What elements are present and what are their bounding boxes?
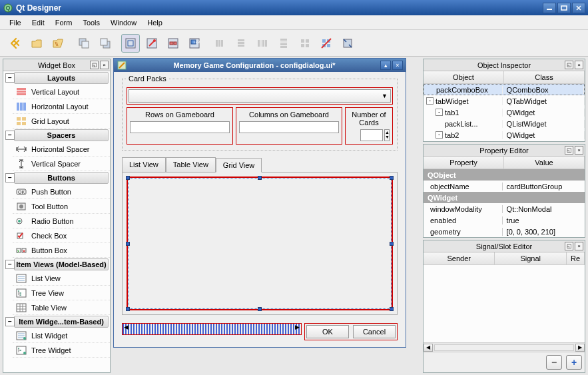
minimize-button[interactable] <box>543 3 556 13</box>
pack-combobox[interactable]: ▼ <box>129 89 391 103</box>
tab-tableview[interactable]: Table View <box>166 157 216 172</box>
scroll-left-button[interactable]: ◀ <box>424 344 433 352</box>
expand-toggle[interactable]: − <box>5 131 15 140</box>
tool-layout-hs[interactable] <box>253 34 272 53</box>
tool-layout-h[interactable] <box>210 34 229 53</box>
tool-edit-widgets[interactable] <box>121 34 140 53</box>
widgetbox-item[interactable]: Grid Layout <box>13 114 110 129</box>
signalslot-scrollbar[interactable]: ◀ ▶ <box>424 342 585 352</box>
widgetbox-category-header[interactable]: −Item Widge...tem-Based) <box>14 316 109 328</box>
property-row[interactable]: geometry[0, 0, 300, 210] <box>424 226 585 237</box>
cardpacks-groupbox[interactable]: Card Packs ▼ Rows on Gameboard Columns o… <box>122 79 398 151</box>
tool-edit-taborder[interactable]: 123 <box>185 34 204 53</box>
remove-connection-button[interactable]: − <box>546 355 562 370</box>
widgetbox-item[interactable]: Vertical Spacer <box>13 157 110 171</box>
tool-layout-grid[interactable] <box>296 34 314 53</box>
expand-toggle[interactable]: - <box>426 97 434 105</box>
maximize-button[interactable] <box>557 3 571 13</box>
close-button[interactable] <box>572 3 585 13</box>
dock-close-button[interactable]: × <box>575 146 583 155</box>
widgetbox-item[interactable]: Horizontal Layout <box>13 99 110 114</box>
design-canvas[interactable]: Memory Game Configuration - configdialog… <box>112 57 422 375</box>
widgetbox-item[interactable]: OKPush Button <box>13 185 110 199</box>
widgetbox-item[interactable]: Horizontal Spacer <box>13 142 110 157</box>
ok-button[interactable]: OK <box>306 325 349 338</box>
dialog-button-box[interactable]: ◀▶ OK Cancel <box>122 323 398 340</box>
signalslot-body[interactable] <box>424 265 585 342</box>
property-row[interactable]: objectNamecardButtonGroup <box>424 181 585 192</box>
menu-tools[interactable]: Tools <box>77 15 105 29</box>
expand-toggle[interactable]: - <box>436 131 443 139</box>
dock-close-button[interactable]: × <box>100 61 109 69</box>
numcards-field-group[interactable]: Number of Cards ▲▼ <box>345 107 393 145</box>
tool-edit-signals[interactable] <box>143 34 161 53</box>
widgetbox-item[interactable]: Tool Button <box>13 199 110 214</box>
cols-field-group[interactable]: Columns on Gameboard <box>236 107 342 145</box>
widgetbox-item[interactable]: Tree View <box>13 286 110 300</box>
menu-form[interactable]: Form <box>50 15 78 29</box>
form-window[interactable]: Memory Game Configuration - configdialog… <box>113 58 406 348</box>
proped-header-property[interactable]: Property <box>424 157 504 169</box>
objinsp-row[interactable]: packList...QListWidget <box>424 118 585 129</box>
widgetbox-category-header[interactable]: −Item Views (Model-Based) <box>14 258 109 270</box>
property-editor-table[interactable]: QObjectobjectNamecardButtonGroupQWidgetw… <box>424 169 585 237</box>
dock-float-button[interactable]: ◱ <box>565 61 573 69</box>
property-row[interactable]: enabledtrue <box>424 214 585 226</box>
tool-new-form[interactable] <box>7 34 25 53</box>
menu-window[interactable]: Window <box>105 15 142 29</box>
tool-send-back[interactable] <box>75 34 93 53</box>
rows-field-group[interactable]: Rows on Gameboard <box>127 107 233 145</box>
proped-header-value[interactable]: Value <box>504 157 585 169</box>
widgetbox-item[interactable]: List Widget <box>13 328 110 343</box>
object-inspector-tree[interactable]: packComboBoxQComboBox-tabWidgetQTabWidge… <box>424 84 585 141</box>
selection-handles[interactable] <box>128 178 392 309</box>
tool-layout-v[interactable] <box>232 34 250 53</box>
widget-box-body[interactable]: −LayoutsVertical LayoutHorizontal Layout… <box>3 71 110 372</box>
widgetbox-category-header[interactable]: −Buttons <box>14 172 109 184</box>
expand-toggle[interactable]: − <box>5 173 15 183</box>
widgetbox-item[interactable]: Vertical Layout <box>13 85 110 99</box>
widgetbox-item[interactable]: List View <box>13 271 110 286</box>
scroll-right-button[interactable]: ▶ <box>575 344 585 352</box>
spin-buttons[interactable]: ▲▼ <box>384 129 390 141</box>
expand-toggle[interactable]: − <box>5 317 15 326</box>
tab-gridview[interactable]: Grid View <box>216 158 262 173</box>
objinsp-header-object[interactable]: Object <box>424 71 504 83</box>
sigslot-header-receiver[interactable]: Re <box>567 252 585 264</box>
cancel-button[interactable]: Cancel <box>353 325 396 338</box>
dock-float-button[interactable]: ◱ <box>565 242 573 250</box>
tab-listview[interactable]: List View <box>122 157 166 172</box>
tool-bring-front[interactable] <box>96 34 115 53</box>
combo-selection[interactable]: ▼ <box>127 87 393 105</box>
widgetbox-item[interactable]: Tree Widget <box>13 343 110 358</box>
tool-adjust-size[interactable] <box>338 34 357 53</box>
numcards-input[interactable] <box>360 129 383 141</box>
objinsp-row[interactable]: packComboBoxQComboBox <box>424 84 585 95</box>
dock-float-button[interactable]: ◱ <box>565 146 573 155</box>
sigslot-header-signal[interactable]: Signal <box>495 252 566 264</box>
tab-page[interactable] <box>122 172 398 315</box>
menu-help[interactable]: Help <box>142 15 168 29</box>
form-window-titlebar[interactable]: Memory Game Configuration - configdialog… <box>114 59 406 72</box>
objinsp-row[interactable]: -tabWidgetQTabWidget <box>424 95 585 107</box>
expand-toggle[interactable]: − <box>5 260 15 269</box>
objinsp-row[interactable]: -tab1QWidget <box>424 107 585 118</box>
tool-break-layout[interactable] <box>317 34 336 53</box>
dock-close-button[interactable]: × <box>575 242 583 250</box>
expand-toggle[interactable]: - <box>436 109 443 116</box>
widgetbox-item[interactable]: Table View <box>13 300 110 315</box>
expand-toggle[interactable]: − <box>5 73 15 83</box>
tab-widget[interactable]: List View Table View Grid View <box>122 157 398 315</box>
rows-input[interactable] <box>130 121 230 133</box>
tool-edit-buddies[interactable] <box>164 34 182 53</box>
tool-save[interactable] <box>49 34 68 53</box>
form-close-button[interactable]: × <box>392 61 403 70</box>
dock-close-button[interactable]: × <box>575 61 583 69</box>
tool-open[interactable] <box>28 34 47 53</box>
form-shade-button[interactable]: ▴ <box>380 61 391 70</box>
sigslot-header-sender[interactable]: Sender <box>424 252 495 264</box>
property-row[interactable]: windowModalityQt::NonModal <box>424 203 585 214</box>
widgetbox-category-header[interactable]: −Layouts <box>14 72 109 84</box>
objinsp-row[interactable]: -tab2QWidget <box>424 129 585 141</box>
menu-file[interactable]: File <box>4 15 27 29</box>
